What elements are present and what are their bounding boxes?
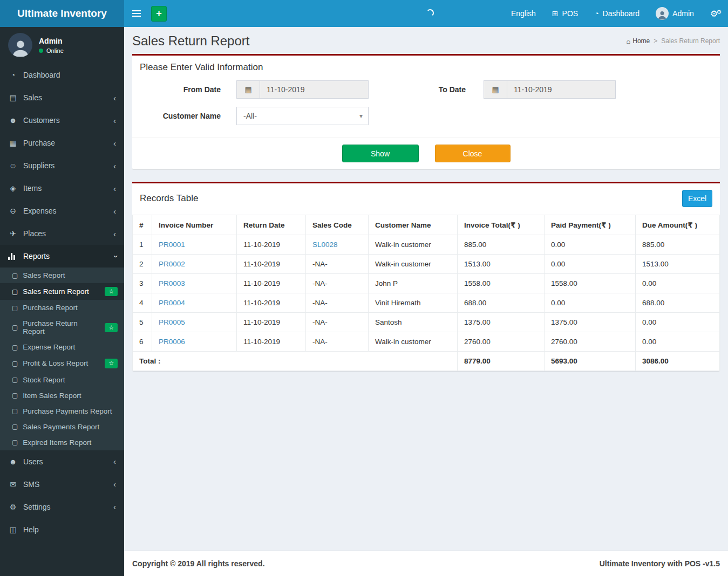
cell-invoice-total: 1375.00: [458, 313, 545, 332]
menu-label: Expenses: [23, 207, 56, 215]
cell-due: 688.00: [636, 293, 720, 313]
quick-add-button[interactable]: +: [151, 6, 167, 22]
submenu-sales-payments-report[interactable]: ▢ Sales Payments Report: [0, 419, 124, 435]
submenu-label: Item Sales Report: [23, 392, 81, 400]
sidebar-item-items[interactable]: ◈ Items ‹: [0, 177, 124, 200]
message-icon: ✉: [8, 480, 18, 489]
sidebar-item-settings[interactable]: ⚙ Settings ‹: [0, 496, 124, 518]
submenu-expense-report[interactable]: ▢ Expense Report: [0, 339, 124, 355]
submenu-stock-report[interactable]: ▢ Stock Report: [0, 372, 124, 388]
invoice-link[interactable]: PR0005: [159, 318, 185, 326]
cell-sales-code: -NA-: [306, 274, 369, 293]
sidebar-item-purchase[interactable]: ▦ Purchase ‹: [0, 132, 124, 154]
breadcrumb-home-link[interactable]: ⌂ Home: [626, 37, 650, 45]
invoice-link[interactable]: PR0003: [159, 279, 185, 287]
bar-chart-icon: [8, 253, 18, 260]
submenu-sales-report[interactable]: ▢ Sales Report: [0, 268, 124, 283]
user-menu[interactable]: Admin: [648, 0, 702, 27]
chevron-left-icon: ‹: [113, 457, 116, 465]
total-due: 3086.00: [636, 352, 720, 371]
invoice-link[interactable]: PR0004: [159, 299, 185, 307]
breadcrumb-home-label: Home: [632, 37, 650, 45]
menu-label: Places: [23, 229, 46, 238]
invoice-link[interactable]: PR0001: [159, 241, 185, 249]
hamburger-icon[interactable]: [124, 0, 149, 27]
to-date-label: To Date: [369, 85, 484, 94]
paper-plane-icon: ✈: [8, 229, 18, 238]
sidebar-user-status[interactable]: Online: [39, 47, 64, 54]
cell-due: 0.00: [636, 274, 720, 293]
submenu-label: Profit & Loss Report: [23, 359, 88, 367]
chevron-left-icon: ‹: [113, 139, 116, 147]
sales-code-link[interactable]: SL0028: [312, 241, 338, 249]
invoice-link[interactable]: PR0006: [159, 338, 185, 346]
submenu-purchase-report[interactable]: ▢ Purchase Report: [0, 300, 124, 316]
users-icon: ☻: [8, 116, 18, 125]
cell-due: 0.00: [636, 332, 720, 352]
cell-sn: 5: [133, 313, 152, 332]
sidebar-item-sms[interactable]: ✉ SMS ‹: [0, 473, 124, 496]
language-menu[interactable]: English: [503, 0, 544, 27]
star-badge-icon: [105, 359, 118, 368]
cell-invoice-total: 2760.00: [458, 332, 545, 352]
chevron-down-icon: ▾: [359, 112, 363, 120]
pages-icon: ▢: [12, 392, 18, 399]
from-date-input[interactable]: [260, 80, 369, 99]
app-brand[interactable]: Ultimate Inventory: [0, 0, 124, 27]
home-icon: ⌂: [626, 37, 630, 45]
col-paid-payment: Paid Payment(₹ ): [545, 215, 636, 235]
cell-invoice-total: 1513.00: [458, 255, 545, 274]
navbar: + English ⊞ POS ◔ Dashboard: [124, 0, 728, 27]
cell-sn: 4: [133, 293, 152, 313]
customer-name-select[interactable]: -All- ▾: [236, 107, 369, 125]
page-content: Please Enter Valid Information From Date…: [124, 54, 728, 551]
pages-icon: ▢: [12, 272, 18, 279]
sidebar-user-panel: Admin Online: [0, 27, 124, 64]
col-return-date: Return Date: [237, 215, 306, 235]
sidebar-item-dashboard[interactable]: ◔ Dashboard: [0, 64, 124, 86]
cell-customer: John P: [369, 274, 458, 293]
cell-sales-code: -NA-: [306, 313, 369, 332]
reports-submenu: ▢ Sales Report ▢ Sales Return Report ▢ P…: [0, 268, 124, 450]
show-button[interactable]: Show: [342, 145, 419, 162]
navbar-avatar: [656, 7, 669, 20]
sidebar-item-users[interactable]: ☻ Users ‹: [0, 450, 124, 473]
from-date-label: From Date: [132, 85, 236, 94]
pages-icon: ▢: [12, 324, 18, 331]
cell-sales-code: -NA-: [306, 255, 369, 274]
submenu-profit-loss-report[interactable]: ▢ Profit & Loss Report: [0, 355, 124, 372]
to-date-input[interactable]: [507, 80, 616, 99]
cell-paid: 2760.00: [545, 332, 636, 352]
dashboard-gauge-icon: ◔: [594, 10, 598, 17]
sidebar-item-places[interactable]: ✈ Places ‹: [0, 222, 124, 245]
pos-link[interactable]: ⊞ POS: [544, 0, 586, 27]
star-badge-icon: [105, 323, 118, 332]
calendar-icon[interactable]: ▦: [484, 80, 507, 99]
settings-menu[interactable]: ⚙⚙: [702, 0, 728, 27]
sidebar-item-suppliers[interactable]: ☺ Suppliers ‹: [0, 154, 124, 177]
sidebar-menu-lower: ☻ Users ‹ ✉ SMS ‹ ⚙ Settings ‹ ◫ Help: [0, 450, 124, 541]
col-invoice-number: Invoice Number: [152, 215, 237, 235]
calendar-icon[interactable]: ▦: [236, 80, 260, 99]
menu-label: Dashboard: [23, 71, 60, 79]
sidebar-item-expenses[interactable]: ⊖ Expenses ‹: [0, 200, 124, 222]
filter-form: From Date ▦ To Date ▦: [132, 79, 720, 137]
submenu-purchase-payments-report[interactable]: ▢ Purchase Payments Report: [0, 403, 124, 419]
submenu-sales-return-report[interactable]: ▢ Sales Return Report: [0, 283, 124, 300]
submenu-item-sales-report[interactable]: ▢ Item Sales Report: [0, 388, 124, 403]
sidebar-item-sales[interactable]: ▤ Sales ‹: [0, 86, 124, 109]
language-label: English: [511, 9, 536, 18]
cell-customer: Santosh: [369, 313, 458, 332]
invoice-link[interactable]: PR0002: [159, 260, 185, 268]
excel-export-button[interactable]: Excel: [682, 190, 712, 207]
col-sales-code: Sales Code: [306, 215, 369, 235]
menu-label: Suppliers: [23, 161, 55, 170]
submenu-expired-items-report[interactable]: ▢ Expired Items Report: [0, 435, 124, 450]
cell-sales-code: -NA-: [306, 332, 369, 352]
submenu-purchase-return-report[interactable]: ▢ Purchase Return Report: [0, 316, 124, 339]
close-button[interactable]: Close: [435, 145, 511, 162]
sidebar-item-reports[interactable]: Reports ‹: [0, 245, 124, 268]
dashboard-link[interactable]: ◔ Dashboard: [586, 0, 648, 27]
sidebar-item-customers[interactable]: ☻ Customers ‹: [0, 109, 124, 132]
sidebar-item-help[interactable]: ◫ Help: [0, 518, 124, 541]
